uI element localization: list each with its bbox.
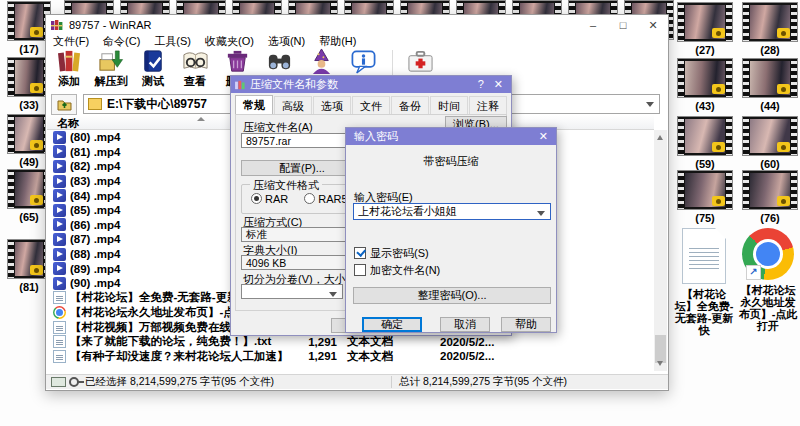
toolbar-label: 查看 xyxy=(184,75,206,87)
menu-item[interactable]: 文件(F) xyxy=(53,34,89,49)
video-thumbnail-icon xyxy=(677,170,733,210)
desktop-video-icon[interactable]: (60) xyxy=(740,116,800,170)
add-button[interactable]: 添加 xyxy=(48,48,90,91)
desktop-video-icon[interactable]: (44) xyxy=(740,58,800,112)
menu-item[interactable]: 帮助(H) xyxy=(319,34,356,49)
file-size: 1,291 xyxy=(285,350,337,362)
shortcut-arrow-icon: ↗ xyxy=(746,265,761,280)
test-icon xyxy=(139,48,168,75)
player-badge-icon xyxy=(712,84,725,94)
desktop-video-icon[interactable]: (76) xyxy=(740,170,800,224)
dialog-titlebar[interactable]: 压缩文件名和参数 ? ✕ xyxy=(231,76,511,93)
view-button[interactable]: 查看 xyxy=(174,48,216,91)
player-badge-icon xyxy=(712,196,725,206)
file-name: 【有种子却没速度？来村花论坛人工加速】.txt xyxy=(70,349,285,364)
key-icon xyxy=(69,377,79,387)
up-folder-button[interactable] xyxy=(51,94,77,115)
menu-item[interactable]: 收藏夹(O) xyxy=(205,34,254,49)
checkbox-checked-icon xyxy=(354,247,366,259)
vertical-scrollbar[interactable] xyxy=(654,130,667,371)
ok-button[interactable]: 确定 xyxy=(362,317,422,332)
player-badge-icon xyxy=(712,142,725,152)
extract-button[interactable]: 解压到 xyxy=(90,48,132,91)
split-size-combobox[interactable] xyxy=(241,284,343,299)
file-type-icon xyxy=(53,291,66,304)
toolbar-label: 解压到 xyxy=(95,75,128,87)
password-dialog-header: 带密码压缩 xyxy=(346,154,556,169)
format-rar5-radio[interactable]: RAR5 xyxy=(304,193,347,205)
maximize-button[interactable]: □ xyxy=(608,16,638,35)
desktop-video-icon[interactable]: (28) xyxy=(740,2,800,56)
file-type-icon xyxy=(53,248,66,261)
file-type-icon xyxy=(53,306,66,319)
minimize-button[interactable]: – xyxy=(578,16,608,35)
file-type-icon xyxy=(53,233,66,246)
desktop-icon-label: (59) xyxy=(674,158,736,170)
desktop-icon-label: (76) xyxy=(740,212,800,224)
desktop-video-icon[interactable]: (43) xyxy=(674,58,736,112)
desktop-icon-label: (43) xyxy=(674,100,736,112)
dialog-tab[interactable]: 常规 xyxy=(235,95,273,116)
password-input[interactable]: 上村花论坛看小姐姐 xyxy=(353,203,551,220)
file-type-icon xyxy=(53,131,66,144)
desktop-video-icon[interactable]: (75) xyxy=(674,170,736,224)
menu-item[interactable]: 选项(N) xyxy=(268,34,305,49)
winrar-app-icon xyxy=(51,19,64,31)
cancel-button[interactable]: 取消 xyxy=(440,317,490,332)
help-button[interactable]: 帮助 xyxy=(501,317,551,332)
status-bar: 已经选择 8,214,599,275 字节(95 个文件) 总计 8,214,5… xyxy=(46,374,668,389)
player-badge-icon xyxy=(777,28,790,38)
radio-selected-icon xyxy=(251,193,262,204)
folder-icon xyxy=(88,98,102,110)
column-name-header[interactable]: 名称 xyxy=(57,116,79,131)
close-button[interactable]: ✕ xyxy=(638,16,668,35)
player-badge-icon xyxy=(30,83,43,93)
player-badge-icon xyxy=(712,28,725,38)
help-icon[interactable]: ? xyxy=(478,78,484,91)
file-row[interactable]: 【有种子却没速度？来村花论坛人工加速】.txt 1,291 文本文档 2020/… xyxy=(47,349,655,364)
video-thumbnail-icon xyxy=(677,116,733,156)
window-titlebar[interactable]: 89757 - WinRAR – □ ✕ xyxy=(46,15,668,35)
test-button[interactable]: 测试 xyxy=(132,48,174,91)
dialog-titlebar[interactable]: 输入密码 ✕ xyxy=(346,128,556,145)
scroll-down-icon[interactable] xyxy=(657,361,663,366)
desktop: (17) (33) (49) (65) (81) (27) (43) (59) … xyxy=(0,0,800,426)
organize-passwords-button[interactable]: 整理密码(O)... xyxy=(353,287,551,304)
file-date: 2020/5/2... xyxy=(440,350,494,362)
address-path: E:\下载中心\89757 xyxy=(107,96,207,113)
file-type-icon xyxy=(53,145,66,158)
format-rar-radio[interactable]: RAR xyxy=(251,193,288,205)
menu-item[interactable]: 工具(S) xyxy=(154,34,191,49)
player-badge-icon xyxy=(777,142,790,152)
file-name: 【来了就能下载的论坛，纯免费！】.txt xyxy=(70,334,285,349)
close-icon[interactable]: ✕ xyxy=(494,78,503,91)
desktop-icon-label: (28) xyxy=(740,44,800,56)
desktop-icon-label: 【村花论坛永久地址发布页】-点此打开 xyxy=(736,284,800,332)
chevron-down-icon[interactable] xyxy=(646,102,654,107)
player-badge-icon xyxy=(30,265,43,275)
close-icon[interactable]: ✕ xyxy=(539,130,548,143)
file-type-icon xyxy=(53,321,66,334)
show-password-checkbox[interactable]: 显示密码(S) xyxy=(354,246,429,261)
menu-bar: 文件(F)命令(C)工具(S)收藏夹(O)选项(N)帮助(H) xyxy=(46,35,668,48)
player-badge-icon xyxy=(30,140,43,150)
file-date: 2020/5/2... xyxy=(440,336,494,348)
desktop-video-icon[interactable]: (59) xyxy=(674,116,736,170)
file-row[interactable]: 【来了就能下载的论坛，纯免费！】.txt 1,291 文本文档 2020/5/2… xyxy=(47,334,655,349)
disk-icon xyxy=(51,377,66,387)
chevron-down-icon xyxy=(329,292,337,297)
menu-item[interactable]: 命令(C) xyxy=(103,34,140,49)
player-badge-icon xyxy=(777,84,790,94)
desktop-video-icon[interactable]: (27) xyxy=(674,2,736,56)
scroll-up-icon[interactable] xyxy=(657,135,663,140)
video-thumbnail-icon xyxy=(742,170,798,210)
chevron-down-icon[interactable] xyxy=(537,211,545,216)
scrollbar-thumb[interactable] xyxy=(655,335,666,363)
desktop-txt-file-icon[interactable]: 【村花论坛】全免费-无套路-更新快 xyxy=(672,228,736,336)
desktop-icon-label: (75) xyxy=(674,212,736,224)
add-archive-icon xyxy=(55,48,84,75)
encrypt-filenames-checkbox[interactable]: 加密文件名(N) xyxy=(354,263,440,278)
video-thumbnail-icon xyxy=(742,58,798,98)
desktop-icon-label: (60) xyxy=(740,158,800,170)
desktop-chrome-shortcut[interactable]: ↗ 【村花论坛永久地址发布页】-点此打开 xyxy=(736,228,800,332)
